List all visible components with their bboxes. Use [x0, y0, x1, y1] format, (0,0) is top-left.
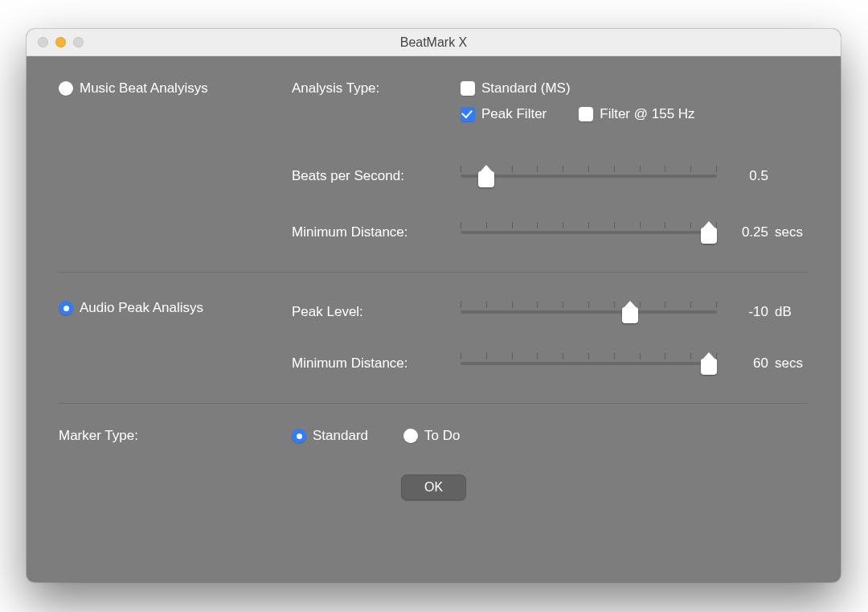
row-beats-per-second: Beats per Second: 0.5: [292, 164, 809, 188]
slider-peak-level[interactable]: [461, 300, 717, 324]
slider-min-distance-music[interactable]: [461, 220, 717, 244]
checkbox-indicator-icon: [461, 81, 475, 96]
bps-value: 0.5: [728, 168, 768, 184]
checkbox-indicator-icon: [461, 107, 475, 121]
checkbox-standard-ms[interactable]: Standard (MS): [461, 80, 571, 97]
radio-music-beat-label: Music Beat Analyisys: [80, 80, 208, 97]
close-icon[interactable]: [38, 37, 48, 47]
app-window: BeatMark X Music Beat Analyisys Analysis…: [27, 29, 841, 582]
mindist-audio-unit: secs: [768, 355, 809, 372]
section-audio-peak: Audio Peak Analisys Peak Level: -10 dB M…: [59, 300, 809, 376]
checkbox-filter-155hz[interactable]: Filter @ 155 Hz: [579, 106, 694, 122]
mindist-music-value: 0.25: [728, 224, 768, 240]
radio-indicator-icon: [59, 81, 73, 96]
bps-label: Beats per Second:: [292, 168, 461, 184]
slider-min-distance-audio[interactable]: [461, 351, 717, 376]
divider: [59, 403, 809, 404]
mindist-audio-label: Minimum Distance:: [292, 355, 461, 372]
window-title: BeatMark X: [27, 35, 841, 50]
radio-audio-peak-label: Audio Peak Analisys: [80, 300, 203, 316]
radio-indicator-icon: [403, 429, 418, 443]
divider: [59, 272, 809, 273]
titlebar: BeatMark X: [27, 29, 841, 56]
window-body: Music Beat Analyisys Analysis Type: Stan…: [27, 56, 841, 520]
row-min-distance-audio: Minimum Distance: 60 secs: [292, 351, 809, 376]
section-music-beat: Music Beat Analyisys Analysis Type: Stan…: [59, 80, 809, 132]
analysis-type-label: Analysis Type:: [292, 80, 379, 96]
radio-music-beat[interactable]: Music Beat Analyisys: [59, 80, 208, 97]
checkbox-indicator-icon: [579, 107, 593, 121]
marker-type-label: Marker Type:: [59, 428, 138, 443]
radio-marker-standard-label: Standard: [313, 428, 368, 444]
ok-button[interactable]: OK: [401, 474, 466, 500]
radio-marker-standard[interactable]: Standard: [292, 428, 368, 444]
radio-indicator-icon: [292, 429, 306, 443]
radio-indicator-icon: [59, 301, 73, 315]
radio-marker-todo[interactable]: To Do: [403, 428, 460, 444]
traffic-lights: [38, 37, 84, 47]
row-min-distance-music: Minimum Distance: 0.25 secs: [292, 220, 809, 244]
checkbox-standard-ms-label: Standard (MS): [481, 80, 571, 97]
slider-thumb-icon[interactable]: [701, 359, 717, 375]
mindist-audio-value: 60: [728, 355, 768, 372]
slider-thumb-icon[interactable]: [701, 228, 717, 244]
slider-beats-per-second[interactable]: [461, 164, 717, 188]
section-marker-type: Marker Type: Standard To Do: [59, 428, 809, 444]
checkbox-peak-filter[interactable]: Peak Filter: [461, 106, 547, 122]
slider-thumb-icon[interactable]: [622, 307, 638, 323]
row-peak-level: Peak Level: -10 dB: [292, 300, 809, 324]
radio-marker-todo-label: To Do: [424, 428, 460, 444]
minimize-icon[interactable]: [55, 37, 66, 47]
checkbox-filter-155hz-label: Filter @ 155 Hz: [600, 106, 694, 122]
peak-level-value: -10: [728, 304, 768, 320]
checkbox-peak-filter-label: Peak Filter: [481, 106, 547, 122]
radio-audio-peak[interactable]: Audio Peak Analisys: [59, 300, 203, 316]
peak-level-label: Peak Level:: [292, 304, 461, 320]
peak-level-unit: dB: [768, 304, 809, 320]
zoom-icon[interactable]: [73, 37, 84, 47]
slider-thumb-icon[interactable]: [478, 171, 494, 187]
mindist-music-label: Minimum Distance:: [292, 224, 461, 240]
mindist-music-unit: secs: [768, 224, 809, 240]
